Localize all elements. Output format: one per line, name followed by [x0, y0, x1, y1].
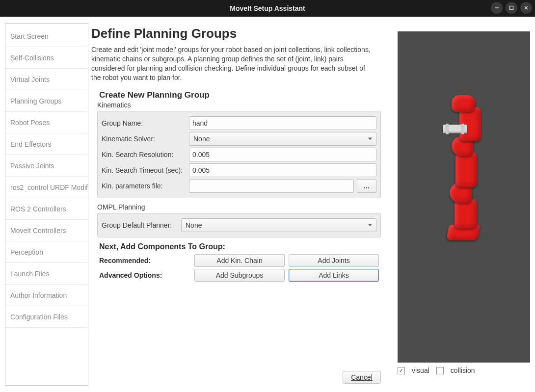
sidebar-item-config-files[interactable]: Configuration Files: [5, 306, 88, 328]
params-file-label: Kin. parameters file:: [102, 182, 186, 190]
sidebar-item-perception[interactable]: Perception: [5, 241, 88, 263]
components-heading: Next, Add Components To Group:: [99, 242, 381, 251]
visual-checkbox[interactable]: [398, 367, 405, 374]
cancel-button[interactable]: Cancel: [343, 371, 381, 384]
page-title: Define Planning Groups: [91, 26, 381, 41]
sidebar-item-author-info[interactable]: Author Information: [5, 285, 88, 306]
collision-checkbox[interactable]: [436, 367, 444, 374]
timeout-label: Kin. Search Timeout (sec):: [102, 166, 186, 174]
timeout-input[interactable]: [189, 163, 376, 177]
sidebar-item-moveit-controllers[interactable]: MoveIt Controllers: [5, 220, 88, 241]
advanced-label: Advanced Options:: [99, 271, 190, 279]
planner-label: Group Default Planner:: [102, 221, 178, 229]
maximize-button[interactable]: [506, 2, 517, 14]
resolution-input[interactable]: [189, 148, 376, 161]
group-name-label: Group Name:: [102, 119, 186, 127]
sidebar-item-planning-groups[interactable]: Planning Groups: [5, 90, 88, 112]
page-intro: Create and edit 'joint model' groups for…: [91, 45, 376, 82]
close-button[interactable]: [520, 2, 532, 14]
resolution-label: Kin. Search Resolution:: [102, 151, 186, 158]
group-name-input[interactable]: [189, 116, 376, 130]
sidebar: Start Screen Self-Collisions Virtual Joi…: [5, 23, 88, 386]
add-links-button[interactable]: Add Links: [289, 269, 379, 282]
sidebar-item-ros2-control[interactable]: ros2_control URDF Modifications: [5, 177, 88, 198]
sidebar-item-launch-files[interactable]: Launch Files: [5, 263, 88, 285]
sidebar-item-start-screen[interactable]: Start Screen: [5, 26, 88, 47]
planner-select[interactable]: None: [181, 218, 376, 232]
sidebar-item-ros2-controllers[interactable]: ROS 2 Controllers: [5, 198, 88, 220]
sidebar-item-robot-poses[interactable]: Robot Poses: [5, 112, 88, 133]
create-group-heading: Create New Planning Group: [99, 90, 381, 100]
svg-rect-1: [510, 6, 513, 10]
gripper-icon: [443, 125, 467, 133]
ompl-label: OMPL Planning: [97, 203, 381, 211]
add-joints-button[interactable]: Add Joints: [289, 254, 379, 267]
sidebar-item-passive-joints[interactable]: Passive Joints: [5, 155, 88, 177]
sidebar-item-virtual-joints[interactable]: Virtual Joints: [5, 69, 88, 90]
solver-label: Kinematic Solver:: [102, 135, 186, 143]
collision-checkbox-label: collision: [451, 366, 475, 374]
kinematics-label: Kinematics: [97, 101, 381, 109]
minimize-button[interactable]: [491, 2, 503, 14]
solver-select[interactable]: None: [189, 132, 376, 146]
params-browse-button[interactable]: ...: [357, 179, 376, 193]
add-kin-chain-button[interactable]: Add Kin. Chain: [194, 254, 285, 267]
ompl-panel: Group Default Planner: None: [97, 213, 381, 237]
sidebar-item-end-effectors[interactable]: End Effectors: [5, 133, 88, 155]
window-title: MoveIt Setup Assistant: [0, 4, 535, 12]
content-pane: Define Planning Groups Create and edit '…: [91, 23, 381, 386]
add-subgroups-button[interactable]: Add Subgroups: [194, 269, 285, 282]
kinematics-panel: Group Name: Kinematic Solver: None Kin. …: [97, 111, 381, 198]
robot-3d-viewer[interactable]: [398, 31, 530, 363]
params-file-input[interactable]: [189, 179, 354, 193]
sidebar-item-self-collisions[interactable]: Self-Collisions: [5, 47, 88, 69]
visual-checkbox-label: visual: [412, 366, 429, 374]
recommended-label: Recommended:: [99, 257, 190, 264]
